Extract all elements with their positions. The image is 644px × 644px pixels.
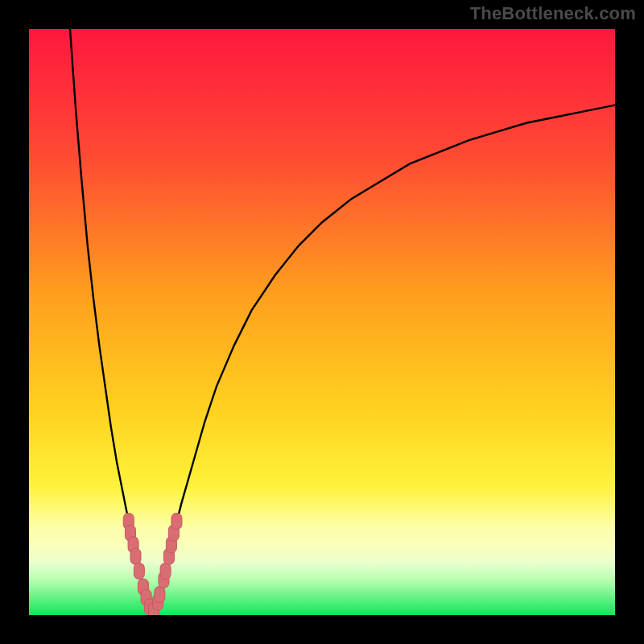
marker-point — [134, 563, 144, 579]
marker-point — [130, 548, 141, 564]
marker-point — [171, 514, 182, 530]
curve-right-branch — [152, 105, 615, 615]
watermark-label: TheBottleneck.com — [470, 3, 636, 24]
marker-point — [160, 563, 171, 579]
marker-point — [155, 587, 165, 603]
chart-frame: TheBottleneck.com — [0, 0, 644, 644]
bottleneck-curve — [29, 29, 615, 615]
plot-area — [29, 29, 615, 615]
curve-left-branch — [70, 29, 152, 615]
highlight-markers — [123, 514, 182, 615]
